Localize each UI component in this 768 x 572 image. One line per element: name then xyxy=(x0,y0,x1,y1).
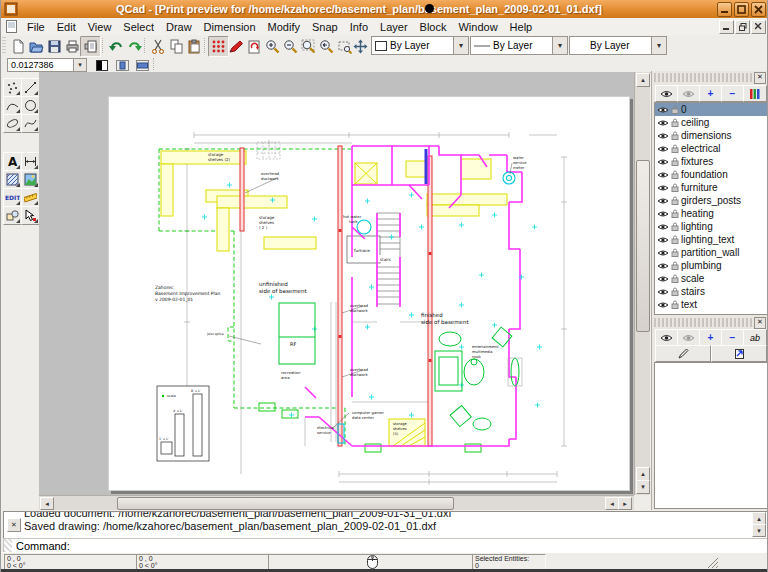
measure-tool[interactable] xyxy=(21,188,40,207)
layer-row[interactable]: text xyxy=(655,298,767,311)
zoom-pan-button[interactable] xyxy=(350,36,371,57)
points-tool[interactable] xyxy=(3,78,22,97)
layer-row[interactable]: partition_wall xyxy=(655,246,767,259)
close-icon[interactable]: ✕ xyxy=(754,72,766,84)
dimensions-tool[interactable] xyxy=(21,152,40,171)
maximize-button[interactable] xyxy=(734,2,749,17)
mdi-close-button[interactable] xyxy=(751,20,766,34)
menu-info[interactable]: Info xyxy=(344,20,374,34)
add-block-button[interactable]: + xyxy=(699,329,722,346)
close-command-history-button[interactable]: ✕ xyxy=(7,518,21,532)
mdi-minimize-button[interactable] xyxy=(719,20,734,34)
chevron-down-icon[interactable]: ▾ xyxy=(453,37,468,54)
menu-draw[interactable]: Draw xyxy=(160,20,198,34)
drawing-canvas[interactable]: storage shelves (2) storage shelves ( 2 … xyxy=(39,72,634,495)
line-type-combo[interactable]: By Layer▾ xyxy=(569,36,667,55)
scroll-down-button[interactable]: ▾ xyxy=(636,480,650,494)
vertical-scrollbar[interactable]: ▴ ▴ ▾ xyxy=(634,72,650,495)
menu-help[interactable]: Help xyxy=(504,20,539,34)
center-page-button[interactable] xyxy=(113,57,131,73)
layer-panel-handle[interactable]: ✕ xyxy=(654,73,766,82)
lines-tool[interactable] xyxy=(21,78,40,97)
scroll-left-button[interactable]: ◂ xyxy=(605,497,619,510)
scroll-right-button[interactable]: ▸ xyxy=(618,497,632,510)
color-combo[interactable]: By Layer▾ xyxy=(371,36,469,55)
layer-row[interactable]: girders_posts xyxy=(655,194,767,207)
text-tool[interactable]: A xyxy=(3,152,22,171)
layer-row[interactable]: stairs xyxy=(655,285,767,298)
menu-window[interactable]: Window xyxy=(452,20,503,34)
layer-row[interactable]: lighting_text xyxy=(655,233,767,246)
menu-modify[interactable]: Modify xyxy=(262,20,306,34)
rename-block-button[interactable]: ab xyxy=(743,329,767,346)
scroll-up-button[interactable]: ▴ xyxy=(636,467,650,481)
show-all-layers-button[interactable] xyxy=(655,85,678,102)
scale-combo[interactable]: 0.0127386▾ xyxy=(7,58,87,72)
layer-row[interactable]: electrical xyxy=(655,142,767,155)
edit-block-button[interactable] xyxy=(655,345,711,362)
scroll-up-button[interactable]: ▴ xyxy=(636,73,650,87)
image-tool[interactable] xyxy=(21,170,40,189)
scroll-down-button[interactable]: ▾ xyxy=(752,524,766,537)
menu-select[interactable]: Select xyxy=(117,20,160,34)
titlebar[interactable]: QCad - [Print preview for /home/kzahorec… xyxy=(1,0,768,19)
menu-block[interactable]: Block xyxy=(414,20,453,34)
mdi-restore-button[interactable] xyxy=(735,20,750,34)
layer-row[interactable]: fixtures xyxy=(655,155,767,168)
vertical-scroll-thumb[interactable] xyxy=(636,160,650,332)
layer-row[interactable]: foundation xyxy=(655,168,767,181)
document-icon[interactable] xyxy=(6,20,17,33)
layer-row[interactable]: furniture xyxy=(655,181,767,194)
resize-grip[interactable] xyxy=(707,557,719,569)
blocks-tool[interactable] xyxy=(3,206,22,225)
chevron-down-icon[interactable]: ▾ xyxy=(73,59,86,71)
minimize-button[interactable] xyxy=(717,2,732,17)
app-icon[interactable] xyxy=(4,2,18,16)
fit-page-button[interactable] xyxy=(133,57,151,73)
menu-dimension[interactable]: Dimension xyxy=(198,20,262,34)
edit-tool[interactable]: EDIT xyxy=(3,188,22,207)
arcs-tool[interactable] xyxy=(3,96,22,115)
layer-attributes-button[interactable] xyxy=(743,85,767,102)
horizontal-scroll-thumb[interactable] xyxy=(117,497,454,510)
redo-button[interactable] xyxy=(124,36,145,57)
layer-row[interactable]: heating xyxy=(655,207,767,220)
menu-file[interactable]: File xyxy=(21,20,51,34)
layer-row[interactable]: ceiling xyxy=(655,116,767,129)
ellipses-tool[interactable] xyxy=(3,114,22,133)
black-white-toggle-button[interactable] xyxy=(93,57,111,73)
hatch-tool[interactable] xyxy=(3,170,22,189)
close-button[interactable] xyxy=(751,2,766,17)
layer-row[interactable]: plumbing xyxy=(655,259,767,272)
menu-layer[interactable]: Layer xyxy=(374,20,414,34)
block-panel-handle[interactable]: ✕ xyxy=(654,318,766,327)
remove-block-button[interactable]: − xyxy=(721,329,744,346)
command-line[interactable]: Command: xyxy=(3,538,768,553)
chevron-down-icon[interactable]: ▾ xyxy=(552,37,567,54)
paste-button[interactable] xyxy=(184,36,205,57)
add-layer-button[interactable]: + xyxy=(699,85,722,102)
hide-all-blocks-button[interactable] xyxy=(677,329,700,346)
hide-all-layers-button[interactable] xyxy=(677,85,700,102)
menu-edit[interactable]: Edit xyxy=(51,20,82,34)
scroll-left-button[interactable]: ◂ xyxy=(40,497,54,510)
line-width-combo[interactable]: By Layer▾ xyxy=(470,36,568,55)
layer-row[interactable]: dimensions xyxy=(655,129,767,142)
menu-view[interactable]: View xyxy=(82,20,118,34)
toolbar-grip[interactable] xyxy=(2,37,6,55)
circles-tool[interactable] xyxy=(21,96,40,115)
splines-tool[interactable] xyxy=(21,114,40,133)
layer-list[interactable]: 0 ceiling dimensions electrical fixtures… xyxy=(654,102,768,315)
print-preview-button[interactable] xyxy=(80,36,101,57)
layer-row[interactable]: 0 xyxy=(655,103,767,116)
close-icon[interactable]: ✕ xyxy=(754,317,766,329)
menu-snap[interactable]: Snap xyxy=(306,20,344,34)
layer-row[interactable]: scale xyxy=(655,272,767,285)
command-history[interactable]: ✕ Loaded document: /home/kzahorec/baseme… xyxy=(3,511,768,539)
select-tool[interactable] xyxy=(21,206,40,225)
block-list[interactable] xyxy=(654,362,768,509)
remove-layer-button[interactable]: − xyxy=(721,85,744,102)
layer-row[interactable]: lighting xyxy=(655,220,767,233)
chevron-down-icon[interactable]: ▾ xyxy=(651,37,666,54)
show-all-blocks-button[interactable] xyxy=(655,329,678,346)
